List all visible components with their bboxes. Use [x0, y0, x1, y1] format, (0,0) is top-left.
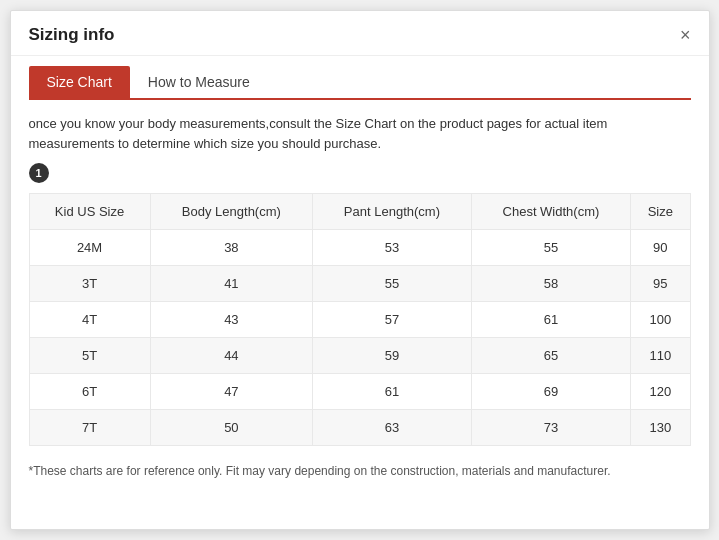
table-cell-1-2: 55 [313, 266, 472, 302]
table-cell-0-2: 53 [313, 230, 472, 266]
table-row: 4T435761100 [29, 302, 690, 338]
table-cell-5-2: 63 [313, 410, 472, 446]
table-cell-4-3: 69 [471, 374, 631, 410]
table-cell-3-4: 110 [631, 338, 690, 374]
table-cell-2-3: 61 [471, 302, 631, 338]
description-text: once you know your body measurements,con… [29, 114, 691, 153]
table-cell-3-3: 65 [471, 338, 631, 374]
tab-size-chart[interactable]: Size Chart [29, 66, 130, 98]
modal-title: Sizing info [29, 25, 115, 45]
footer-note: *These charts are for reference only. Fi… [29, 456, 691, 482]
table-cell-4-2: 61 [313, 374, 472, 410]
modal-header: Sizing info × [11, 11, 709, 56]
tab-content: once you know your body measurements,con… [11, 100, 709, 492]
table-row: 6T476169120 [29, 374, 690, 410]
table-cell-0-1: 38 [150, 230, 313, 266]
table-cell-2-4: 100 [631, 302, 690, 338]
col-header-chest-width: Chest Width(cm) [471, 194, 631, 230]
table-cell-5-3: 73 [471, 410, 631, 446]
table-row: 3T41555895 [29, 266, 690, 302]
table-cell-3-0: 5T [29, 338, 150, 374]
step-badge: 1 [29, 163, 49, 183]
table-cell-4-1: 47 [150, 374, 313, 410]
table-cell-0-0: 24M [29, 230, 150, 266]
table-cell-2-2: 57 [313, 302, 472, 338]
table-cell-3-1: 44 [150, 338, 313, 374]
table-row: 5T445965110 [29, 338, 690, 374]
table-cell-5-0: 7T [29, 410, 150, 446]
table-cell-5-4: 130 [631, 410, 690, 446]
tab-how-to-measure[interactable]: How to Measure [130, 66, 268, 98]
table-cell-1-3: 58 [471, 266, 631, 302]
table-row: 24M38535590 [29, 230, 690, 266]
table-cell-1-0: 3T [29, 266, 150, 302]
col-header-kid-us-size: Kid US Size [29, 194, 150, 230]
table-cell-3-2: 59 [313, 338, 472, 374]
table-cell-0-3: 55 [471, 230, 631, 266]
table-cell-4-0: 6T [29, 374, 150, 410]
col-header-pant-length: Pant Length(cm) [313, 194, 472, 230]
table-cell-1-1: 41 [150, 266, 313, 302]
modal-container: Sizing info × Size Chart How to Measure … [10, 10, 710, 530]
table-cell-2-0: 4T [29, 302, 150, 338]
table-cell-0-4: 90 [631, 230, 690, 266]
table-cell-2-1: 43 [150, 302, 313, 338]
close-button[interactable]: × [680, 26, 691, 44]
col-header-body-length: Body Length(cm) [150, 194, 313, 230]
size-table: Kid US Size Body Length(cm) Pant Length(… [29, 193, 691, 446]
table-row: 7T506373130 [29, 410, 690, 446]
table-header-row: Kid US Size Body Length(cm) Pant Length(… [29, 194, 690, 230]
col-header-size: Size [631, 194, 690, 230]
tab-bar: Size Chart How to Measure [29, 56, 691, 100]
table-cell-4-4: 120 [631, 374, 690, 410]
table-cell-1-4: 95 [631, 266, 690, 302]
table-cell-5-1: 50 [150, 410, 313, 446]
